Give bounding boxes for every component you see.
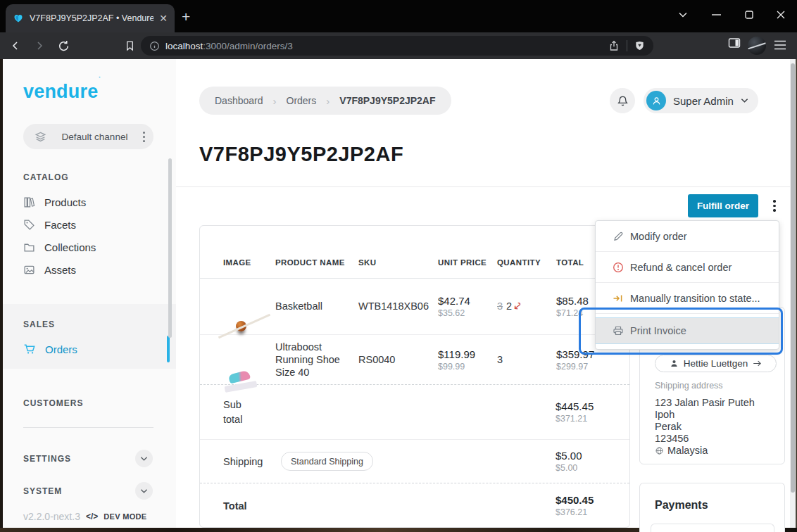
total-value: $450.45 xyxy=(556,494,629,506)
pencil-icon xyxy=(613,231,624,242)
page-title: V7F8PJ9Y5P2JP2AF xyxy=(199,143,403,166)
shipping-method-badge: Standard Shipping xyxy=(281,452,373,471)
forward-icon[interactable] xyxy=(30,36,49,56)
system-expand-icon[interactable] xyxy=(135,482,153,500)
menu-item-print-invoice[interactable]: Print Invoice xyxy=(596,317,779,344)
sidebar-item-label: Products xyxy=(44,196,86,208)
sidebar-toggle-icon[interactable] xyxy=(727,36,741,50)
product-sku: WTB1418XB06 xyxy=(358,300,438,312)
sidebar-item-orders[interactable]: Orders xyxy=(23,338,77,360)
browser-profile-avatar[interactable] xyxy=(748,37,766,55)
channel-selector[interactable]: Default channel xyxy=(23,124,153,149)
window-maximize-button[interactable] xyxy=(739,6,760,24)
tag-icon xyxy=(23,219,35,231)
window-close-button[interactable] xyxy=(770,6,791,24)
site-info-icon[interactable] xyxy=(149,41,160,51)
shipping-address: 123 Jalan Pasir Puteh Ipoh Perak 123456 … xyxy=(655,397,755,457)
content-divider xyxy=(176,186,791,187)
menu-separator xyxy=(596,313,779,314)
arrow-right-icon xyxy=(753,360,762,367)
layers-icon xyxy=(34,131,46,143)
sidebar-item-products[interactable]: Products xyxy=(23,191,86,213)
subtotal-value: $445.45 xyxy=(556,400,629,412)
fulfill-order-button[interactable]: Fulfill order xyxy=(688,194,758,217)
channel-menu-icon[interactable] xyxy=(143,132,145,142)
product-sku: RS0040 xyxy=(358,353,438,366)
new-tab-button[interactable]: + xyxy=(182,8,190,25)
url-divider xyxy=(627,40,627,51)
sidebar-scrollbar[interactable] xyxy=(168,158,172,338)
page-scrollbar-thumb[interactable] xyxy=(791,63,795,493)
line-total-net: $299.97 xyxy=(556,362,629,372)
address-country: Malaysia xyxy=(667,445,708,457)
product-name[interactable]: Basketball xyxy=(275,300,358,312)
order-actions-menu-button[interactable] xyxy=(765,194,784,217)
menu-item-label: Refund & cancel order xyxy=(630,262,732,273)
customer-link[interactable]: Hettie Luettgen xyxy=(655,355,777,372)
app-version: v2.2.0-next.3 xyxy=(23,511,80,522)
sidebar-footer: v2.2.0-next.3 </> DEV MODE xyxy=(23,511,146,522)
share-icon[interactable] xyxy=(608,40,620,51)
col-image: IMAGE xyxy=(223,258,275,267)
address-line: Ipoh xyxy=(655,409,755,421)
url-path: :3000/admin/orders/3 xyxy=(203,41,293,51)
product-name[interactable]: Ultraboost Running Shoe Size 40 xyxy=(275,341,358,379)
quantity-old: 3 xyxy=(497,300,503,312)
shipping-value: $5.00 xyxy=(556,450,629,462)
breadcrumb-orders[interactable]: Orders xyxy=(287,95,317,106)
user-name: Super Admin xyxy=(673,95,734,107)
notifications-button[interactable] xyxy=(610,88,635,113)
warning-circle-icon xyxy=(613,262,624,273)
window-minimize-button[interactable] xyxy=(705,6,727,24)
section-header-settings: SETTINGS xyxy=(23,454,71,464)
total-label: Total xyxy=(223,500,247,512)
line-total: $359.97 xyxy=(556,348,629,360)
brave-shield-icon[interactable] xyxy=(634,40,645,51)
tab-close-icon[interactable]: ✕ xyxy=(159,13,168,23)
section-header-catalog: CATALOG xyxy=(23,172,69,182)
settings-expand-icon[interactable] xyxy=(135,450,153,467)
dev-mode-badge: DEV MODE xyxy=(103,512,146,521)
user-avatar xyxy=(646,91,666,110)
sidebar-item-label: Assets xyxy=(44,264,76,276)
sidebar-item-facets[interactable]: Facets xyxy=(23,214,76,235)
bookmark-icon[interactable] xyxy=(120,36,139,56)
col-quantity: QUANTITY xyxy=(497,258,556,267)
sidebar-divider xyxy=(23,427,153,428)
vendure-logo[interactable]: vendure˙ xyxy=(23,81,101,103)
sidebar-item-assets[interactable]: Assets xyxy=(23,259,76,280)
sidebar-item-label: Collections xyxy=(44,241,96,253)
browser-tab[interactable]: V7F8PJ9Y5P2JP2AF • Vendure ✕ xyxy=(6,4,175,32)
reload-icon[interactable] xyxy=(54,36,73,56)
total-row: Total $450.45 $376.21 xyxy=(200,483,629,528)
customer-name: Hettie Luettgen xyxy=(684,358,748,369)
section-header-customers: CUSTOMERS xyxy=(23,398,83,408)
sidebar-item-collections[interactable]: Collections xyxy=(23,236,96,258)
menu-item-refund-cancel[interactable]: Refund & cancel order xyxy=(596,252,779,282)
menu-item-modify-order[interactable]: Modify order xyxy=(596,221,779,251)
menu-item-manually-transition[interactable]: Manually transition to state... xyxy=(596,283,779,313)
url-bar[interactable]: localhost:3000/admin/orders/3 xyxy=(141,36,653,56)
quantity: 3 xyxy=(497,353,556,366)
user-menu[interactable]: Super Admin xyxy=(644,88,758,113)
breadcrumb-dashboard[interactable]: Dashboard xyxy=(215,95,263,106)
url-host: localhost xyxy=(165,41,203,51)
globe-icon xyxy=(655,446,664,455)
back-icon[interactable] xyxy=(6,36,25,56)
address-line: 123456 xyxy=(655,433,755,445)
col-unit-price: UNIT PRICE xyxy=(438,258,497,267)
order-actions-dropdown: Modify order Refund & cancel order Manua… xyxy=(595,220,779,350)
payments-title: Payments xyxy=(655,499,708,512)
order-lines-card: IMAGE PRODUCT NAME SKU UNIT PRICE QUANTI… xyxy=(199,225,630,528)
tab-search-icon[interactable] xyxy=(672,6,694,24)
transition-icon xyxy=(613,293,624,304)
browser-menu-icon[interactable] xyxy=(773,39,787,51)
kebab-icon xyxy=(773,200,776,212)
bell-icon xyxy=(617,95,629,107)
shipping-label: Shipping xyxy=(223,456,281,467)
col-sku: SKU xyxy=(358,258,438,267)
cart-icon xyxy=(23,343,36,355)
subtotal-row: Sub total $445.45 $371.21 xyxy=(200,384,629,439)
person-icon xyxy=(670,359,679,368)
image-icon xyxy=(23,264,35,276)
